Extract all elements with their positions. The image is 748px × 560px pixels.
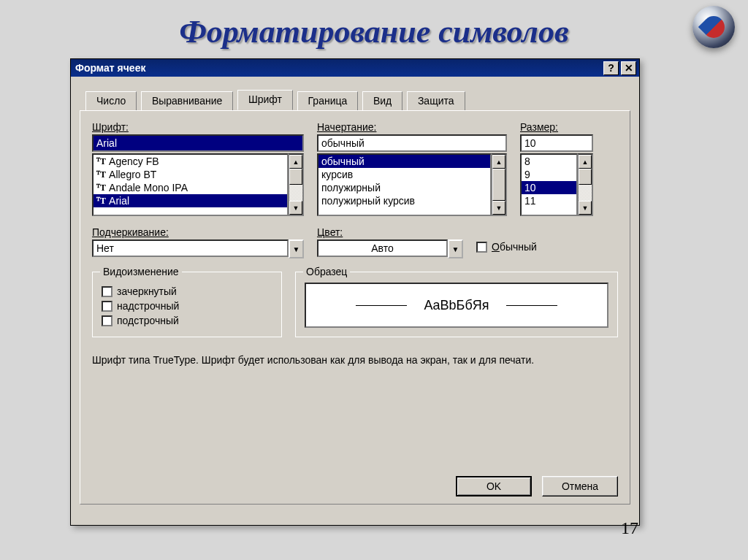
dropdown-icon[interactable]: ▼ bbox=[448, 239, 463, 258]
size-item[interactable]: 10 bbox=[522, 181, 576, 194]
sample-group: Образец AaBbБбЯя bbox=[295, 272, 618, 337]
scroll-up-icon[interactable]: ▲ bbox=[579, 155, 592, 169]
tab-view[interactable]: Вид bbox=[362, 91, 402, 110]
size-input[interactable]: 10 bbox=[520, 134, 593, 152]
underline-label: Подчеркивание: bbox=[92, 226, 304, 238]
slide-title: Форматирование символов bbox=[0, 13, 748, 50]
scroll-down-icon[interactable]: ▼ bbox=[492, 201, 505, 215]
font-listbox[interactable]: ᵀTAgency FB ᵀTAllegro BT ᵀTAndale Mono I… bbox=[92, 153, 289, 216]
effects-group: Видоизменение зачеркнутый надстрочный по… bbox=[92, 272, 282, 337]
subscript-checkbox[interactable]: подстрочный bbox=[102, 315, 272, 326]
logo-icon bbox=[692, 6, 735, 48]
cancel-button[interactable]: Отмена bbox=[542, 476, 618, 496]
checkbox-icon bbox=[102, 315, 112, 326]
scroll-up-icon[interactable]: ▲ bbox=[289, 155, 302, 169]
sample-underline-right bbox=[506, 305, 557, 306]
style-item[interactable]: обычный bbox=[318, 155, 490, 168]
tab-font[interactable]: Шрифт bbox=[237, 90, 293, 110]
normal-checkbox[interactable]: ООбычныйбычный bbox=[476, 241, 537, 253]
font-item[interactable]: ᵀTAndale Mono IPA bbox=[94, 181, 287, 194]
tab-border[interactable]: Граница bbox=[297, 91, 359, 110]
color-label: Цвет: bbox=[317, 226, 463, 238]
underline-combo[interactable]: Нет ▼ bbox=[92, 239, 304, 258]
page-number: 17 bbox=[621, 518, 638, 538]
style-item[interactable]: курсив bbox=[318, 168, 490, 181]
scroll-up-icon[interactable]: ▲ bbox=[492, 155, 505, 169]
truetype-icon: ᵀT bbox=[96, 196, 106, 207]
tab-panel-font: Шрифт: Arial ᵀTAgency FB ᵀTAllegro BT ᵀT… bbox=[80, 110, 630, 505]
checkbox-icon bbox=[476, 242, 487, 253]
font-item[interactable]: ᵀTArial bbox=[94, 194, 287, 207]
close-button[interactable]: ✕ bbox=[621, 61, 636, 75]
ok-button[interactable]: OK bbox=[456, 476, 532, 496]
style-listbox[interactable]: обычный курсив полужирный полужирный кур… bbox=[317, 153, 492, 216]
size-item[interactable]: 11 bbox=[522, 194, 576, 207]
size-item[interactable]: 9 bbox=[522, 168, 576, 181]
dropdown-icon[interactable]: ▼ bbox=[289, 239, 304, 258]
size-scrollbar[interactable]: ▲ ▼ bbox=[578, 153, 593, 216]
font-label: Шрифт: bbox=[92, 121, 304, 133]
size-listbox[interactable]: 8 9 10 11 bbox=[520, 153, 578, 216]
format-cells-dialog: Формат ячеек ? ✕ Число Выравнивание Шриф… bbox=[70, 58, 640, 526]
sample-preview: AaBbБбЯя bbox=[305, 283, 608, 328]
superscript-checkbox[interactable]: надстрочный bbox=[102, 300, 272, 312]
font-scrollbar[interactable]: ▲ ▼ bbox=[289, 153, 304, 216]
color-value[interactable]: Авто bbox=[317, 239, 448, 257]
underline-value[interactable]: Нет bbox=[92, 239, 289, 257]
sample-underline-left bbox=[356, 305, 407, 306]
sample-text: AaBbБбЯя bbox=[424, 298, 489, 313]
size-label: Размер: bbox=[520, 121, 593, 133]
scroll-down-icon[interactable]: ▼ bbox=[579, 201, 592, 215]
style-label: Начертание: bbox=[317, 121, 507, 133]
checkbox-icon bbox=[102, 286, 112, 297]
truetype-icon: ᵀT bbox=[96, 183, 106, 193]
truetype-icon: ᵀT bbox=[96, 156, 106, 167]
effects-legend: Видоизменение bbox=[100, 266, 182, 277]
help-button[interactable]: ? bbox=[603, 61, 619, 75]
truetype-icon: ᵀT bbox=[96, 169, 106, 180]
sample-legend: Образец bbox=[303, 266, 350, 277]
color-combo[interactable]: Авто ▼ bbox=[317, 239, 463, 258]
dialog-title: Формат ячеек bbox=[75, 62, 145, 74]
dialog-titlebar: Формат ячеек ? ✕ bbox=[71, 59, 639, 77]
font-item[interactable]: ᵀTAgency FB bbox=[94, 155, 287, 168]
font-item[interactable]: ᵀTAllegro BT bbox=[94, 168, 287, 181]
style-item[interactable]: полужирный курсив bbox=[318, 194, 490, 207]
size-item[interactable]: 8 bbox=[522, 155, 576, 168]
style-scrollbar[interactable]: ▲ ▼ bbox=[492, 153, 507, 216]
scroll-down-icon[interactable]: ▼ bbox=[289, 201, 302, 215]
tab-protection[interactable]: Защита bbox=[407, 91, 465, 110]
tab-alignment[interactable]: Выравнивание bbox=[141, 91, 233, 110]
font-input[interactable]: Arial bbox=[92, 134, 304, 152]
strikethrough-checkbox[interactable]: зачеркнутый bbox=[102, 285, 272, 297]
style-item[interactable]: полужирный bbox=[318, 181, 490, 194]
truetype-hint: Шрифт типа TrueType. Шрифт будет использ… bbox=[92, 353, 618, 367]
normal-checkbox-label: ООбычныйбычный bbox=[492, 241, 537, 253]
style-input[interactable]: обычный bbox=[317, 134, 507, 152]
tab-number[interactable]: Число bbox=[85, 91, 137, 110]
tab-strip: Число Выравнивание Шрифт Граница Вид Защ… bbox=[85, 90, 630, 110]
checkbox-icon bbox=[102, 301, 112, 312]
